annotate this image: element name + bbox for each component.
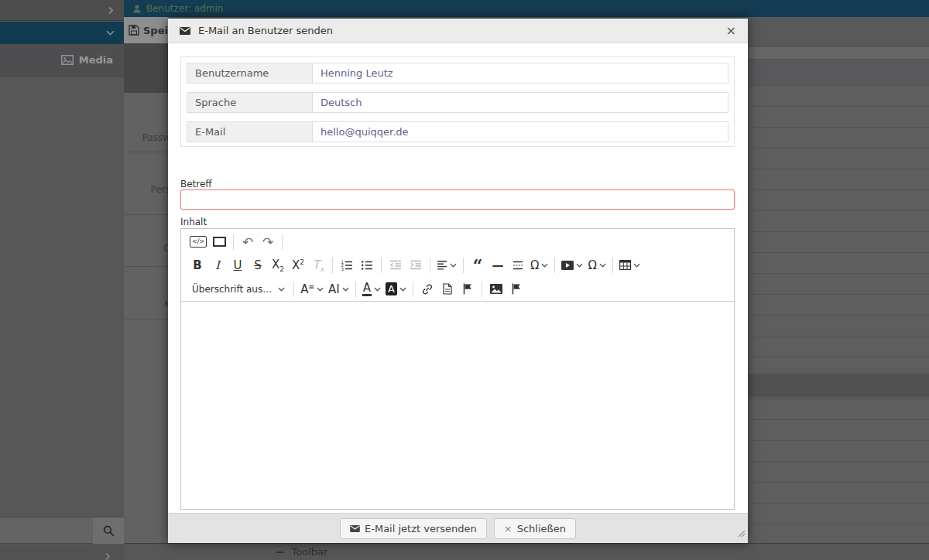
anchor-button[interactable] [458, 279, 478, 299]
save-button[interactable]: Speic [124, 17, 168, 43]
subscript-icon: X2 [272, 258, 284, 273]
toolbar-row-2: B I U S X2 X2 Tx [181, 253, 734, 277]
strikethrough-icon: S [254, 258, 262, 272]
heading-dropdown[interactable]: Überschrift aus… [187, 279, 290, 299]
chevron-down-icon [599, 263, 606, 268]
background-band [748, 47, 929, 60]
underline-button[interactable]: U [228, 255, 248, 275]
outdent-icon [389, 260, 402, 270]
maximize-button[interactable] [209, 232, 229, 252]
align-left-icon [437, 261, 447, 270]
undo-button[interactable]: ↶ [238, 232, 258, 252]
toolbar-separator [463, 258, 464, 273]
app-screen: Media Benutzer: admin Speic Passw Pers C [0, 0, 929, 560]
remove-format-button[interactable]: Tx [308, 255, 328, 275]
close-dialog-label: Schließen [517, 523, 566, 534]
insert-file-button[interactable] [437, 279, 458, 299]
omega-icon: Ω [530, 258, 539, 272]
taskbar-tab-label: Benutzer: admin [146, 3, 223, 14]
alignment-dropdown[interactable] [434, 255, 459, 275]
page-break-button[interactable] [508, 255, 528, 275]
chevron-right-icon [108, 6, 113, 15]
toolbar-separator [554, 258, 555, 273]
send-email-button[interactable]: E-Mail jetzt versenden [340, 518, 487, 539]
undo-icon: ↶ [242, 234, 253, 250]
superscript-icon: X2 [292, 258, 304, 272]
editor-content-area[interactable] [181, 302, 734, 509]
chevron-down-icon [106, 30, 115, 36]
toolbar-separator [332, 258, 333, 273]
insert-table-dropdown[interactable] [617, 255, 643, 275]
horizontal-line-icon: — [492, 258, 504, 272]
bulleted-list-button[interactable] [357, 255, 377, 275]
subscript-button[interactable]: X2 [268, 255, 288, 275]
content-label: Inhalt [180, 217, 207, 227]
special-characters-dropdown-2[interactable]: Ω [585, 255, 608, 275]
taskbar-tab-user-admin[interactable]: Benutzer: admin [124, 0, 929, 17]
numbered-list-button[interactable] [337, 255, 357, 275]
subject-label: Betreff [180, 179, 212, 190]
toolbar-group-label: Toolbar [292, 546, 328, 558]
italic-button[interactable]: I [207, 255, 228, 275]
toolbar-separator [430, 258, 430, 273]
sidebar-collapsed-panel[interactable] [0, 0, 124, 21]
font-size-dropdown[interactable]: AI [326, 279, 351, 299]
email-dialog: E-Mail an Benutzer senden × Benutzername… [168, 19, 748, 543]
table-icon [619, 260, 631, 270]
envelope-icon [350, 525, 360, 532]
taskbar: Benutzer: admin [124, 0, 929, 17]
save-button-label: Speic [143, 25, 168, 36]
redo-icon: ↷ [262, 234, 273, 250]
insert-media-dropdown[interactable] [559, 255, 585, 275]
dialog-header[interactable]: E-Mail an Benutzer senden × [168, 19, 748, 43]
block-quote-button[interactable]: “ [468, 255, 488, 275]
italic-icon: I [215, 258, 220, 272]
toolbar-separator [413, 282, 413, 297]
chevron-down-icon [633, 263, 640, 268]
font-background-dropdown[interactable]: A [383, 279, 409, 299]
flag-button[interactable] [506, 279, 526, 299]
background-toolbar-row: − Toolbar [124, 543, 929, 560]
sidebar-expanded-panel-header[interactable] [0, 22, 124, 44]
font-color-icon: A [362, 282, 372, 296]
special-characters-dropdown[interactable]: Ω [528, 255, 550, 275]
send-email-label: E-Mail jetzt versenden [365, 523, 477, 534]
chevron-down-icon [399, 287, 406, 292]
underline-icon: U [234, 258, 242, 272]
bold-button[interactable]: B [187, 255, 207, 275]
background-panel-right [748, 17, 929, 543]
font-background-icon: A [386, 282, 397, 295]
background-form-label: Passw [142, 132, 168, 143]
field-value: Deutsch [313, 93, 728, 112]
strikethrough-button[interactable]: S [248, 255, 268, 275]
background-band [748, 60, 929, 85]
indent-button[interactable] [406, 255, 426, 275]
superscript-button[interactable]: X2 [288, 255, 308, 275]
resize-handle-icon[interactable] [738, 526, 746, 541]
link-icon [421, 283, 434, 295]
search-button[interactable] [93, 517, 124, 544]
font-color-dropdown[interactable]: A [360, 279, 383, 299]
search-icon [103, 525, 115, 537]
redo-button[interactable]: ↷ [258, 232, 278, 252]
sidebar-bottom-panel[interactable] [0, 545, 124, 560]
toolbar-group-header[interactable]: − Toolbar [124, 544, 929, 560]
font-size-icon: AI [328, 282, 340, 296]
link-button[interactable] [417, 279, 437, 299]
block-quote-icon: “ [473, 255, 483, 275]
toolbar-separator [282, 234, 283, 250]
source-button[interactable]: </> [187, 232, 209, 252]
horizontal-line-button[interactable]: — [488, 255, 508, 275]
user-icon [133, 5, 141, 13]
insert-image-button[interactable] [486, 279, 506, 299]
close-dialog-button[interactable]: × Schließen [494, 518, 576, 539]
outdent-button[interactable] [386, 255, 406, 275]
divider [124, 214, 168, 215]
sidebar-item-media[interactable]: Media [0, 44, 124, 77]
chevron-down-icon [374, 287, 381, 292]
bold-icon: B [193, 258, 201, 272]
subject-input[interactable] [180, 190, 735, 210]
close-icon[interactable]: × [726, 25, 736, 37]
font-family-dropdown[interactable]: A≡ [298, 279, 326, 299]
image-icon [490, 284, 502, 294]
